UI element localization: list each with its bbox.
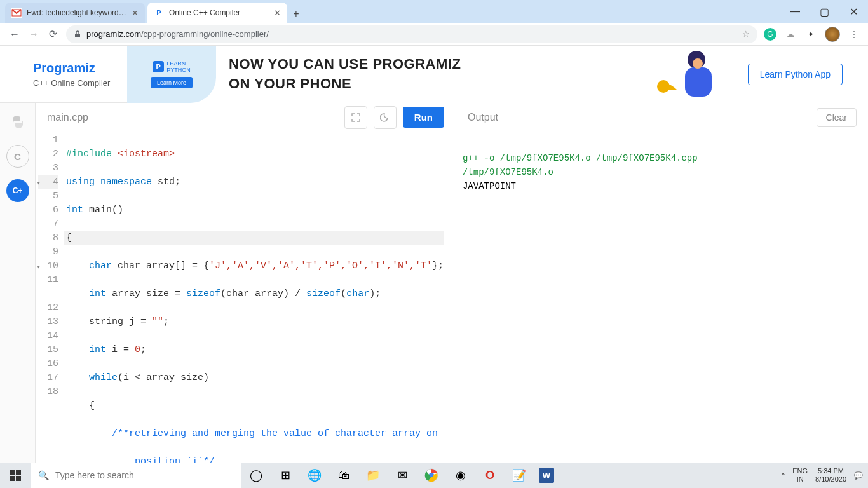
opera-icon[interactable]: O [475, 463, 505, 488]
browser-titlebar: Fwd: techiedelight keywords list - ✕ P O… [0, 0, 868, 23]
tray-chevron-icon[interactable]: ^ [778, 471, 789, 480]
search-icon: 🔍 [38, 470, 49, 480]
taskbar-search[interactable]: 🔍 Type here to search [31, 463, 241, 488]
sidebar-item-python[interactable] [6, 111, 29, 133]
system-tray: ^ ENGIN 5:34 PM8/10/2020 💬 [776, 467, 868, 484]
taskbar-apps: ◯ ⊞ 🌐 🛍 📁 ✉ ◉ O 📝 W [241, 463, 559, 488]
lock-icon [74, 30, 81, 38]
cloud-icon[interactable]: ☁ [784, 28, 797, 41]
start-button[interactable] [0, 463, 31, 488]
bookmark-icon[interactable]: ☆ [742, 29, 750, 39]
svg-rect-4 [685, 67, 712, 97]
minimize-button[interactable]: — [780, 0, 810, 23]
tab-title: Online C++ Compiler [169, 8, 271, 17]
tray-clock[interactable]: 5:34 PM8/10/2020 [811, 467, 850, 484]
language-sidebar: C C+ [0, 103, 36, 463]
svg-point-5 [693, 58, 703, 69]
editor-panel: main.cpp Run 123 ▾4 56789 ▾10 11 1213141… [36, 103, 456, 463]
tray-notifications-icon[interactable]: 💬 [850, 471, 867, 480]
task-view-icon[interactable]: ⊞ [271, 463, 300, 488]
maximize-button[interactable]: ▢ [810, 0, 839, 23]
output-line-result: JAVATPOINT [463, 181, 516, 191]
sidebar-item-cpp[interactable]: C+ [6, 179, 29, 202]
output-body[interactable]: g++ -o /tmp/9fXO7E95K4.o /tmp/9fXO7E95K4… [456, 132, 868, 463]
brand: Programiz C++ Online Compiler [0, 61, 127, 88]
tab-title: Fwd: techiedelight keywords list - [27, 8, 129, 17]
fullscreen-button[interactable] [344, 106, 367, 129]
gmail-icon [11, 8, 22, 18]
grammarly-icon[interactable]: G [764, 28, 776, 41]
output-panel: Output Clear g++ -o /tmp/9fXO7E95K4.o /t… [456, 103, 868, 463]
word-icon[interactable]: W [539, 468, 554, 483]
url-path: /cpp-programming/online-compiler/ [141, 29, 269, 39]
ie-icon[interactable]: 🌐 [300, 463, 329, 488]
output-line-compile: g++ -o /tmp/9fXO7E95K4.o /tmp/9fXO7E95K4… [463, 153, 698, 163]
editor-filename: main.cpp [47, 112, 88, 123]
address-bar[interactable]: programiz.com/cpp-programming/online-com… [66, 25, 757, 43]
cortana-icon[interactable]: ◯ [241, 463, 271, 488]
svg-point-6 [657, 80, 670, 93]
page-header: Programiz C++ Online Compiler P LEARN PY… [0, 46, 868, 103]
code-content[interactable]: #include <iostream> using namespace std;… [64, 132, 444, 463]
chromium-icon[interactable]: ◉ [446, 463, 475, 488]
tray-language[interactable]: ENGIN [789, 467, 811, 484]
svg-rect-2 [75, 34, 80, 37]
badge-text2: PYTHON [166, 67, 191, 73]
output-line-exec: /tmp/9fXO7E95K4.o [463, 167, 553, 177]
extensions-icon[interactable]: ✦ [804, 28, 817, 41]
store-icon[interactable]: 🛍 [329, 463, 358, 488]
close-icon[interactable]: ✕ [274, 8, 281, 18]
notepad-icon[interactable]: 📝 [505, 463, 534, 488]
profile-avatar[interactable] [825, 27, 840, 42]
close-icon[interactable]: ✕ [132, 8, 139, 18]
sidebar-item-c[interactable]: C [6, 145, 29, 168]
mail-icon[interactable]: ✉ [388, 463, 417, 488]
output-title: Output [468, 112, 498, 123]
programiz-logo[interactable]: Programiz [33, 61, 127, 76]
run-button[interactable]: Run [403, 107, 444, 128]
badge-icon: P [153, 61, 164, 72]
learn-python-badge: P LEARN PYTHON [153, 60, 191, 73]
reload-button[interactable]: ⟳ [43, 25, 62, 44]
clear-button[interactable]: Clear [817, 108, 857, 127]
new-tab-button[interactable]: + [287, 5, 305, 23]
browser-tab-gmail[interactable]: Fwd: techiedelight keywords list - ✕ [5, 3, 145, 23]
forward-button[interactable]: → [24, 25, 43, 44]
chrome-menu-icon[interactable]: ⋮ [848, 28, 860, 41]
banner-illustration [646, 46, 741, 103]
window-controls: — ▢ ✕ [780, 0, 868, 23]
banner-line1: NOW YOU CAN USE PROGRAMIZ [229, 55, 461, 74]
url-host: programiz.com [86, 29, 141, 39]
banner-headline: NOW YOU CAN USE PROGRAMIZ ON YOUR PHONE [229, 55, 461, 94]
close-window-button[interactable]: ✕ [839, 0, 868, 23]
banner-badge-area: P LEARN PYTHON Learn More [127, 46, 216, 103]
code-editor[interactable]: 123 ▾4 56789 ▾10 11 12131415161718 #incl… [36, 132, 456, 463]
windows-taskbar: 🔍 Type here to search ◯ ⊞ 🌐 🛍 📁 ✉ ◉ O 📝 … [0, 463, 868, 488]
badge-text1: LEARN [166, 60, 191, 67]
theme-toggle-button[interactable] [374, 106, 397, 129]
brand-subtitle: C++ Online Compiler [33, 78, 127, 88]
programiz-icon: P [154, 8, 164, 18]
windows-icon [10, 470, 21, 481]
promo-banner: P LEARN PYTHON Learn More NOW YOU CAN US… [127, 46, 868, 103]
learn-python-app-button[interactable]: Learn Python App [748, 64, 843, 85]
extension-icons: G ☁ ✦ ⋮ [761, 27, 863, 42]
line-gutter: 123 ▾4 56789 ▾10 11 12131415161718 [36, 132, 64, 463]
editor-header: main.cpp Run [36, 103, 456, 132]
output-header: Output Clear [456, 103, 868, 132]
search-placeholder: Type here to search [55, 470, 134, 480]
chrome-icon[interactable] [417, 463, 446, 488]
browser-tabs: Fwd: techiedelight keywords list - ✕ P O… [0, 3, 305, 23]
browser-tab-programiz[interactable]: P Online C++ Compiler ✕ [147, 3, 287, 23]
main-area: C C+ main.cpp Run 123 ▾4 56789 ▾10 11 [0, 103, 868, 463]
explorer-icon[interactable]: 📁 [358, 463, 388, 488]
learn-more-button[interactable]: Learn More [151, 77, 193, 88]
banner-line2: ON YOUR PHONE [229, 74, 461, 94]
back-button[interactable]: ← [5, 25, 24, 44]
browser-toolbar: ← → ⟳ programiz.com/cpp-programming/onli… [0, 23, 868, 46]
